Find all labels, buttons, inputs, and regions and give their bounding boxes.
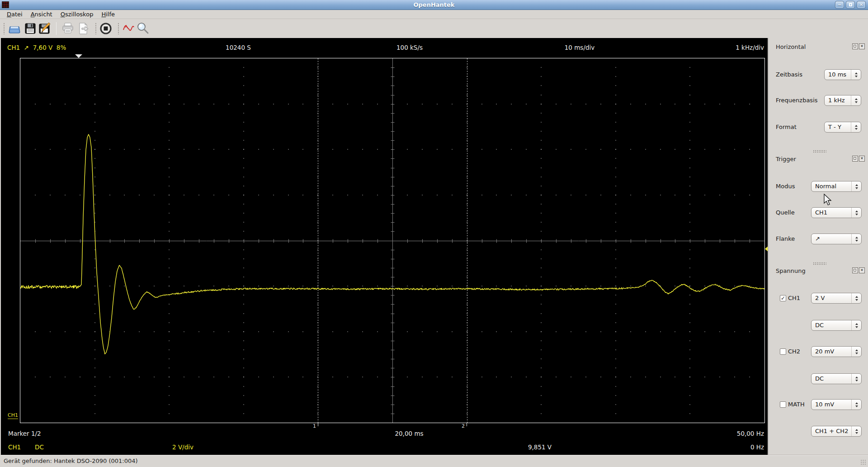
zeitbasis-select[interactable]: 10 ms [824,69,861,80]
samplerate: 100 kS/s [396,44,423,51]
marker1-tick[interactable] [318,423,318,426]
spinner-arrows-icon[interactable] [851,426,861,436]
voltage-panel-title: Spannung [776,267,806,274]
trigger-slope-icon: ↗ [24,44,29,51]
scope-canvas[interactable] [20,58,765,423]
toolbar-grip[interactable] [118,23,120,34]
spinner-arrows-icon[interactable] [851,122,861,132]
record-stop-button[interactable] [99,21,113,36]
horizontal-float-button[interactable] [852,43,858,49]
maximize-button[interactable] [846,1,855,9]
spinner-arrows-icon[interactable] [851,70,861,80]
voltage-float-button[interactable] [852,267,858,273]
frequenzbasis-select[interactable]: 1 kHz [824,95,861,106]
channel-amplitude: 9,851 V [528,443,552,451]
ch2-gain-select[interactable]: 20 mV [811,346,862,357]
trigger-close-button[interactable] [859,156,865,162]
scope-display-area: CH1 ↗ 7,60 V 8% 10240 S 100 kS/s 10 ms/d… [1,38,768,455]
toolbar-separator [56,22,57,35]
spinner-arrows-icon[interactable] [851,320,861,330]
ch1-gain-select[interactable]: 2 V [811,293,862,304]
open-icon [8,22,21,35]
menu-oszilloskop[interactable]: Oszilloskop [57,10,98,19]
save-as-icon [38,22,51,35]
voltage-dock-grip[interactable] [813,262,826,265]
modus-select[interactable]: Normal [811,181,862,192]
channel-name: CH1 [8,443,21,451]
ch1-label: CH1 [788,295,800,302]
float-icon [854,157,856,160]
ch2-checkbox[interactable] [780,348,786,355]
record-stop-icon [99,22,113,35]
channel-gain: 2 V/div [172,443,193,451]
channel-corner-label: CH1 [8,412,18,419]
ch1-coupling-select[interactable]: DC [811,320,862,331]
float-icon [854,269,856,272]
menu-bar: Datei Ansicht Oszilloskop Hilfe [0,10,868,19]
open-button[interactable] [7,21,22,36]
minimize-button[interactable]: − [835,1,844,9]
trigger-dock-grip[interactable] [813,150,826,153]
save-icon [24,23,36,34]
close-button[interactable]: ✕ [857,1,866,9]
math-mode-select[interactable]: CH1 + CH2 [811,426,862,437]
save-button[interactable] [23,21,38,36]
format-select[interactable]: T - Y [824,122,861,133]
spinner-arrows-icon[interactable] [851,400,861,410]
ch2-label: CH2 [788,348,800,355]
format-label: Format [776,122,797,133]
spinner-arrows-icon[interactable] [851,181,861,191]
menu-hilfe[interactable]: Hilfe [97,10,119,19]
ch1-checkbox[interactable]: ✓ [780,295,786,301]
voltage-close-button[interactable] [859,267,865,273]
menu-datei[interactable]: Datei [3,10,27,19]
export-icon [77,22,90,35]
maximize-icon [849,3,852,6]
app-icon [2,1,9,8]
zeitbasis-label: Zeitbasis [776,69,802,80]
zoom-button[interactable] [136,21,150,36]
toolbar [0,19,868,38]
math-label: MATH [788,401,805,408]
quelle-select[interactable]: CH1 [811,207,862,218]
record-length: 10240 S [226,44,251,51]
horizontal-close-button[interactable] [859,43,865,49]
status-bar: Gerät gefunden: Hantek DSO-2090 (001:004… [0,455,868,467]
export-button[interactable] [76,21,91,36]
zoom-icon [136,22,150,35]
ch2-coupling-select[interactable]: DC [811,373,862,384]
trigger-panel-title: Trigger [776,156,796,162]
float-icon [854,45,856,48]
trigger-float-button[interactable] [852,156,858,162]
menu-ansicht[interactable]: Ansicht [27,10,57,19]
trigger-position-marker[interactable] [75,54,82,58]
math-gain-select[interactable]: 10 mV [811,399,862,410]
spinner-arrows-icon[interactable] [851,208,861,218]
spinner-arrows-icon[interactable] [851,374,861,384]
frequenzbasis-label: Frequenzbasis [776,95,818,106]
toolbar-grip[interactable] [3,23,5,34]
spinner-arrows-icon[interactable] [851,95,861,105]
toolbar-grip[interactable] [95,23,97,34]
spinner-arrows-icon[interactable] [851,293,861,303]
math-checkbox[interactable] [780,401,786,408]
spinner-arrows-icon[interactable] [851,347,861,357]
save-as-button[interactable] [37,21,52,36]
flanke-label: Flanke [776,234,795,244]
spinner-arrows-icon[interactable] [851,234,861,244]
window-title: OpenHantek [0,1,868,8]
print-button[interactable] [61,21,75,36]
resize-grip[interactable] [860,459,866,465]
trigger-level: 7,60 V [33,44,53,51]
spectrum-button[interactable] [121,21,136,36]
title-bar[interactable]: OpenHantek − ✕ [0,0,868,10]
print-icon [61,22,74,35]
flanke-select[interactable]: ↗ [811,234,862,244]
marker2-tick[interactable] [467,423,467,426]
status-message: Gerät gefunden: Hantek DSO-2090 (001:004… [4,457,138,464]
marker2-label: 2 [458,423,465,429]
trigger-channel: CH1 [7,44,20,51]
channel-frequency: 0 Hz [750,443,764,451]
timebase-info: 10 ms/div [565,44,595,51]
quelle-label: Quelle [776,207,795,218]
